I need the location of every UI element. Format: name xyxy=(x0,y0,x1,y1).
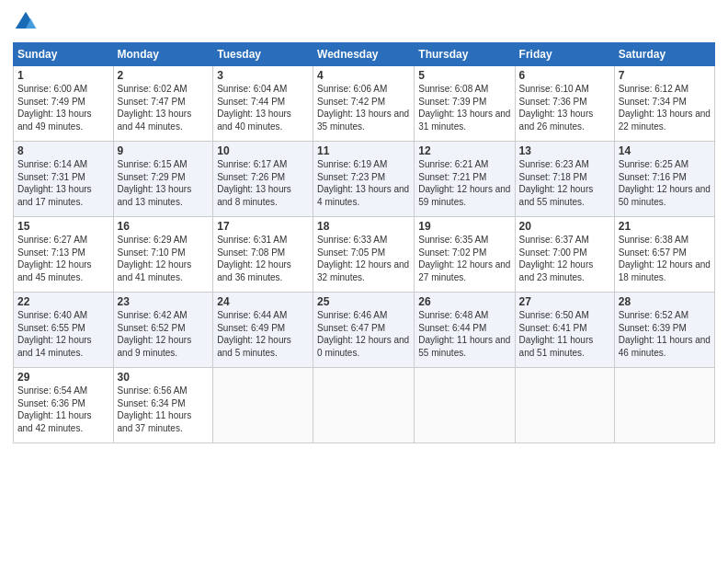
calendar-page: Sunday Monday Tuesday Wednesday Thursday… xyxy=(0,0,728,563)
day-detail: Sunrise: 6:48 AMSunset: 6:44 PMDaylight:… xyxy=(418,310,510,358)
day-cell: 9 Sunrise: 6:15 AMSunset: 7:29 PMDayligh… xyxy=(113,142,213,217)
day-cell: 27 Sunrise: 6:50 AMSunset: 6:41 PMDaylig… xyxy=(515,293,614,368)
day-number: 24 xyxy=(217,295,309,308)
day-detail: Sunrise: 6:23 AMSunset: 7:18 PMDaylight:… xyxy=(519,159,594,207)
day-number: 12 xyxy=(418,144,510,157)
logo xyxy=(13,9,40,35)
day-number: 1 xyxy=(17,69,109,82)
day-number: 22 xyxy=(17,295,109,308)
table-row: 22 Sunrise: 6:40 AMSunset: 6:55 PMDaylig… xyxy=(14,293,715,368)
header-sunday: Sunday xyxy=(14,43,114,66)
day-cell: 21 Sunrise: 6:38 AMSunset: 6:57 PMDaylig… xyxy=(614,217,714,293)
calendar-table: Sunday Monday Tuesday Wednesday Thursday… xyxy=(13,42,715,443)
day-detail: Sunrise: 6:12 AMSunset: 7:34 PMDaylight:… xyxy=(619,84,711,132)
day-detail: Sunrise: 6:54 AMSunset: 6:36 PMDaylight:… xyxy=(17,385,92,433)
day-cell: 25 Sunrise: 6:46 AMSunset: 6:47 PMDaylig… xyxy=(313,293,415,368)
day-cell: 29 Sunrise: 6:54 AMSunset: 6:36 PMDaylig… xyxy=(14,368,114,443)
weekday-header-row: Sunday Monday Tuesday Wednesday Thursday… xyxy=(14,43,715,66)
day-detail: Sunrise: 6:17 AMSunset: 7:26 PMDaylight:… xyxy=(217,159,291,207)
day-detail: Sunrise: 6:08 AMSunset: 7:39 PMDaylight:… xyxy=(418,84,510,132)
empty-cell xyxy=(515,368,614,443)
empty-cell xyxy=(614,368,714,443)
day-number: 16 xyxy=(118,220,210,233)
day-number: 5 xyxy=(418,69,510,82)
day-number: 25 xyxy=(317,295,410,308)
day-number: 17 xyxy=(217,220,309,233)
table-row: 15 Sunrise: 6:27 AMSunset: 7:13 PMDaylig… xyxy=(14,217,715,293)
day-cell: 19 Sunrise: 6:35 AMSunset: 7:02 PMDaylig… xyxy=(415,217,515,293)
day-number: 2 xyxy=(118,69,210,82)
day-number: 3 xyxy=(217,69,309,82)
day-detail: Sunrise: 6:38 AMSunset: 6:57 PMDaylight:… xyxy=(619,235,711,282)
day-detail: Sunrise: 6:44 AMSunset: 6:49 PMDaylight:… xyxy=(217,310,291,358)
empty-cell xyxy=(313,368,415,443)
day-detail: Sunrise: 6:25 AMSunset: 7:16 PMDaylight:… xyxy=(619,159,711,207)
header-monday: Monday xyxy=(113,43,213,66)
day-detail: Sunrise: 6:35 AMSunset: 7:02 PMDaylight:… xyxy=(418,235,510,282)
day-detail: Sunrise: 6:04 AMSunset: 7:44 PMDaylight:… xyxy=(217,84,291,132)
day-number: 15 xyxy=(17,220,109,233)
day-cell: 17 Sunrise: 6:31 AMSunset: 7:08 PMDaylig… xyxy=(213,217,313,293)
day-detail: Sunrise: 6:50 AMSunset: 6:41 PMDaylight:… xyxy=(519,310,594,358)
day-cell: 30 Sunrise: 6:56 AMSunset: 6:34 PMDaylig… xyxy=(113,368,213,443)
day-cell: 11 Sunrise: 6:19 AMSunset: 7:23 PMDaylig… xyxy=(313,142,415,217)
day-cell: 4 Sunrise: 6:06 AMSunset: 7:42 PMDayligh… xyxy=(313,66,415,142)
day-number: 20 xyxy=(519,220,610,233)
day-detail: Sunrise: 6:19 AMSunset: 7:23 PMDaylight:… xyxy=(317,159,409,207)
day-number: 23 xyxy=(118,295,210,308)
header xyxy=(13,9,715,35)
day-detail: Sunrise: 6:21 AMSunset: 7:21 PMDaylight:… xyxy=(418,159,510,207)
day-cell: 15 Sunrise: 6:27 AMSunset: 7:13 PMDaylig… xyxy=(14,217,114,293)
day-cell: 28 Sunrise: 6:52 AMSunset: 6:39 PMDaylig… xyxy=(614,293,714,368)
day-detail: Sunrise: 6:46 AMSunset: 6:47 PMDaylight:… xyxy=(317,310,409,358)
day-detail: Sunrise: 6:37 AMSunset: 7:00 PMDaylight:… xyxy=(519,235,594,282)
day-number: 26 xyxy=(418,295,510,308)
day-detail: Sunrise: 6:31 AMSunset: 7:08 PMDaylight:… xyxy=(217,235,291,282)
logo-icon xyxy=(13,9,39,35)
header-friday: Friday xyxy=(515,43,614,66)
day-detail: Sunrise: 6:52 AMSunset: 6:39 PMDaylight:… xyxy=(619,310,711,358)
day-number: 28 xyxy=(619,295,711,308)
day-number: 8 xyxy=(17,144,109,157)
day-cell: 1 Sunrise: 6:00 AMSunset: 7:49 PMDayligh… xyxy=(14,66,114,142)
day-cell: 5 Sunrise: 6:08 AMSunset: 7:39 PMDayligh… xyxy=(415,66,515,142)
header-tuesday: Tuesday xyxy=(213,43,313,66)
day-detail: Sunrise: 6:40 AMSunset: 6:55 PMDaylight:… xyxy=(17,310,92,358)
day-cell: 16 Sunrise: 6:29 AMSunset: 7:10 PMDaylig… xyxy=(113,217,213,293)
day-number: 10 xyxy=(217,144,309,157)
day-cell: 10 Sunrise: 6:17 AMSunset: 7:26 PMDaylig… xyxy=(213,142,313,217)
day-cell: 8 Sunrise: 6:14 AMSunset: 7:31 PMDayligh… xyxy=(14,142,114,217)
day-number: 9 xyxy=(118,144,210,157)
day-cell: 20 Sunrise: 6:37 AMSunset: 7:00 PMDaylig… xyxy=(515,217,614,293)
day-cell: 13 Sunrise: 6:23 AMSunset: 7:18 PMDaylig… xyxy=(515,142,614,217)
header-wednesday: Wednesday xyxy=(313,43,415,66)
day-detail: Sunrise: 6:42 AMSunset: 6:52 PMDaylight:… xyxy=(118,310,192,358)
day-number: 13 xyxy=(519,144,610,157)
day-detail: Sunrise: 6:33 AMSunset: 7:05 PMDaylight:… xyxy=(317,235,409,282)
day-number: 4 xyxy=(317,69,410,82)
header-thursday: Thursday xyxy=(415,43,515,66)
day-cell: 14 Sunrise: 6:25 AMSunset: 7:16 PMDaylig… xyxy=(614,142,714,217)
day-number: 30 xyxy=(118,371,210,384)
day-detail: Sunrise: 6:14 AMSunset: 7:31 PMDaylight:… xyxy=(17,159,92,207)
day-number: 6 xyxy=(519,69,610,82)
day-cell: 26 Sunrise: 6:48 AMSunset: 6:44 PMDaylig… xyxy=(415,293,515,368)
day-number: 7 xyxy=(619,69,711,82)
empty-cell xyxy=(415,368,515,443)
day-detail: Sunrise: 6:00 AMSunset: 7:49 PMDaylight:… xyxy=(17,84,92,132)
day-number: 29 xyxy=(17,371,109,384)
day-cell: 3 Sunrise: 6:04 AMSunset: 7:44 PMDayligh… xyxy=(213,66,313,142)
day-cell: 12 Sunrise: 6:21 AMSunset: 7:21 PMDaylig… xyxy=(415,142,515,217)
day-cell: 18 Sunrise: 6:33 AMSunset: 7:05 PMDaylig… xyxy=(313,217,415,293)
day-number: 14 xyxy=(619,144,711,157)
day-detail: Sunrise: 6:02 AMSunset: 7:47 PMDaylight:… xyxy=(118,84,192,132)
table-row: 29 Sunrise: 6:54 AMSunset: 6:36 PMDaylig… xyxy=(14,368,715,443)
empty-cell xyxy=(213,368,313,443)
table-row: 8 Sunrise: 6:14 AMSunset: 7:31 PMDayligh… xyxy=(14,142,715,217)
day-number: 19 xyxy=(418,220,510,233)
day-number: 11 xyxy=(317,144,410,157)
day-detail: Sunrise: 6:56 AMSunset: 6:34 PMDaylight:… xyxy=(118,385,192,433)
table-row: 1 Sunrise: 6:00 AMSunset: 7:49 PMDayligh… xyxy=(14,66,715,142)
day-detail: Sunrise: 6:06 AMSunset: 7:42 PMDaylight:… xyxy=(317,84,409,132)
day-cell: 6 Sunrise: 6:10 AMSunset: 7:36 PMDayligh… xyxy=(515,66,614,142)
